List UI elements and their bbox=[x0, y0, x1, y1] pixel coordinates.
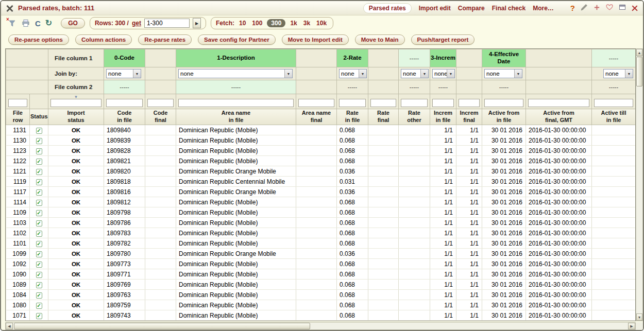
close-icon[interactable] bbox=[632, 5, 638, 11]
filter-increm-final-input[interactable] bbox=[459, 99, 480, 107]
filter-area-in-file-input[interactable] bbox=[178, 99, 294, 107]
horizontal-scrollbar[interactable]: ◀ ▶ bbox=[5, 322, 636, 330]
col-header-rate-in-file[interactable]: Ratein file bbox=[337, 109, 368, 125]
table-row[interactable]: 1123 ✓ OK 1809828 Dominican Republic (Mo… bbox=[6, 146, 636, 156]
tab-parsed-rates[interactable]: Parsed rates bbox=[363, 3, 412, 13]
col-header-area-in-file[interactable]: Area namein file bbox=[176, 109, 296, 125]
col-header-active-from-in-file[interactable]: Active fromin file bbox=[482, 109, 526, 125]
status-checked-icon[interactable]: ✓ bbox=[36, 148, 42, 154]
status-checked-icon[interactable]: ✓ bbox=[36, 200, 42, 206]
table-row[interactable]: 1119 ✓ OK 1809818 Dominican Republic Cen… bbox=[6, 177, 636, 187]
clear-filter-icon[interactable]: × bbox=[7, 19, 16, 28]
table-row[interactable]: 1099 ✓ OK 1809780 Dominican Republic Ora… bbox=[6, 249, 636, 259]
status-checked-icon[interactable]: ✓ bbox=[36, 282, 42, 288]
table-row[interactable]: 1130 ✓ OK 1809839 Dominican Republic (Mo… bbox=[6, 135, 636, 146]
tab-import-edit[interactable]: Import edit bbox=[419, 5, 451, 12]
clear-icon[interactable]: C bbox=[35, 19, 41, 28]
status-checked-icon[interactable]: ✓ bbox=[36, 272, 42, 278]
filter-rate-final-input[interactable] bbox=[370, 99, 396, 107]
filter-code-final-input[interactable] bbox=[147, 99, 174, 107]
join-select-effective-date[interactable]: none▼ bbox=[484, 69, 522, 78]
fetch-option-10k[interactable]: 10k bbox=[315, 19, 328, 27]
tab-final-check[interactable]: Final check bbox=[492, 5, 526, 12]
horizontal-scroll-thumb[interactable] bbox=[14, 323, 310, 329]
col-header-increm-in-file[interactable]: Incremin file bbox=[430, 109, 456, 125]
filter-code-in-file-input[interactable] bbox=[106, 99, 143, 107]
status-checked-icon[interactable]: ✓ bbox=[36, 128, 42, 134]
add-icon[interactable] bbox=[594, 4, 600, 13]
table-row[interactable]: 1089 ✓ OK 1809769 Dominican Republic (Mo… bbox=[6, 280, 636, 290]
col-header-area-final[interactable]: Area namefinal bbox=[296, 109, 337, 125]
filter-active-from-final-input[interactable] bbox=[528, 99, 589, 107]
table-row[interactable]: 1117 ✓ OK 1809816 Dominican Republic Ora… bbox=[6, 187, 636, 197]
print-icon[interactable] bbox=[21, 19, 30, 28]
table-row[interactable]: 1102 ✓ OK 1809783 Dominican Republic (Mo… bbox=[6, 228, 636, 238]
move-to-main-button[interactable]: Move to Main bbox=[355, 34, 405, 45]
status-checked-icon[interactable]: ✓ bbox=[36, 231, 42, 237]
status-checked-icon[interactable]: ✓ bbox=[36, 251, 42, 257]
scroll-up-icon[interactable]: ▲ bbox=[636, 49, 642, 56]
status-checked-icon[interactable]: ✓ bbox=[36, 210, 42, 216]
col-header-code-final[interactable]: Codefinal bbox=[145, 109, 176, 125]
table-row[interactable]: 1071 ✓ OK 1809743 Dominican Republic (Mo… bbox=[6, 310, 636, 321]
column-actions-button[interactable]: Column actions bbox=[75, 34, 132, 45]
col-header-import-status[interactable]: Importstatus bbox=[48, 109, 104, 125]
status-checked-icon[interactable]: ✓ bbox=[36, 292, 42, 299]
filter-rate-other-input[interactable] bbox=[401, 99, 428, 107]
save-config-button[interactable]: Save config for Partner bbox=[198, 34, 276, 45]
join-select-increm[interactable]: none▼ bbox=[432, 69, 455, 78]
status-checked-icon[interactable]: ✓ bbox=[36, 179, 42, 185]
tab-more[interactable]: More… bbox=[533, 5, 554, 12]
join-select-unused-2[interactable]: none▼ bbox=[603, 69, 633, 78]
filter-import-status-input[interactable] bbox=[50, 99, 101, 107]
reparse-options-button[interactable]: Re-parse options bbox=[8, 34, 69, 45]
filter-area-final-input[interactable] bbox=[298, 99, 334, 107]
vertical-scrollbar[interactable]: ▲ ▼ bbox=[636, 48, 643, 321]
menu-toggle-icon[interactable] bbox=[6, 5, 13, 12]
fetch-option-100[interactable]: 100 bbox=[250, 19, 264, 27]
filter-increm-in-file-input[interactable] bbox=[432, 99, 454, 107]
table-row[interactable]: 1122 ✓ OK 1809821 Dominican Republic (Mo… bbox=[6, 156, 636, 166]
fetch-option-1k[interactable]: 1k bbox=[289, 19, 298, 27]
table-row[interactable]: 1084 ✓ OK 1809763 Dominican Republic (Mo… bbox=[6, 290, 636, 300]
window-icon[interactable] bbox=[619, 4, 626, 13]
table-row[interactable]: 1080 ✓ OK 1809759 Dominican Republic (Mo… bbox=[6, 300, 636, 310]
filter-file-row-input[interactable] bbox=[8, 99, 27, 107]
fetch-option-10[interactable]: 10 bbox=[238, 19, 247, 27]
col-header-rate-final[interactable]: Ratefinal bbox=[368, 109, 399, 125]
range-input[interactable] bbox=[144, 19, 190, 28]
status-checked-icon[interactable]: ✓ bbox=[36, 159, 42, 165]
col-header-increm-final[interactable]: Incremfinal bbox=[456, 109, 482, 125]
join-select-unused-1[interactable]: none▼ bbox=[401, 69, 429, 78]
status-checked-icon[interactable]: ✓ bbox=[36, 303, 42, 309]
table-row[interactable]: 1121 ✓ OK 1809820 Dominican Republic Ora… bbox=[6, 166, 636, 177]
col-header-file-row[interactable]: Filerow bbox=[6, 109, 30, 125]
scroll-down-icon[interactable]: ▼ bbox=[636, 313, 642, 321]
tab-compare[interactable]: Compare bbox=[458, 5, 485, 12]
status-checked-icon[interactable]: ✓ bbox=[36, 262, 42, 268]
fetch-option-300[interactable]: 300 bbox=[267, 19, 285, 27]
fetch-option-3k[interactable]: 3k bbox=[302, 19, 312, 27]
scroll-right-icon[interactable]: ▶ bbox=[628, 323, 635, 329]
status-checked-icon[interactable]: ✓ bbox=[36, 313, 42, 319]
go-button[interactable]: GO bbox=[61, 18, 85, 28]
join-select-rate[interactable]: none▼ bbox=[339, 69, 367, 78]
help-icon[interactable]: ? bbox=[570, 4, 575, 12]
refresh-icon[interactable]: ↻ bbox=[45, 19, 52, 27]
status-checked-icon[interactable]: ✓ bbox=[36, 169, 42, 175]
col-header-active-till[interactable]: Active tillin file bbox=[592, 109, 636, 125]
table-row[interactable]: 1109 ✓ OK 1809798 Dominican Republic (Mo… bbox=[6, 207, 636, 218]
col-header-active-from-final[interactable]: Active fromfinal, GMT bbox=[526, 109, 592, 125]
sort-indicator-icon[interactable]: ▼ bbox=[74, 95, 78, 99]
status-checked-icon[interactable]: ✓ bbox=[36, 220, 42, 227]
edit-icon[interactable] bbox=[581, 4, 588, 13]
col-header-code-in-file[interactable]: Codein file bbox=[104, 109, 145, 125]
favorite-icon[interactable] bbox=[606, 4, 613, 13]
range-next-button[interactable]: ▶ bbox=[193, 18, 201, 28]
vertical-scroll-thumb[interactable] bbox=[636, 57, 642, 86]
filter-active-till-input[interactable] bbox=[594, 99, 633, 107]
table-row[interactable]: 1103 ✓ OK 1809786 Dominican Republic (Mo… bbox=[6, 218, 636, 228]
table-row[interactable]: 1114 ✓ OK 1809812 Dominican Republic (Mo… bbox=[6, 197, 636, 207]
table-row[interactable]: 1090 ✓ OK 1809771 Dominican Republic (Mo… bbox=[6, 269, 636, 280]
table-row[interactable]: 1101 ✓ OK 1809782 Dominican Republic (Mo… bbox=[6, 238, 636, 249]
